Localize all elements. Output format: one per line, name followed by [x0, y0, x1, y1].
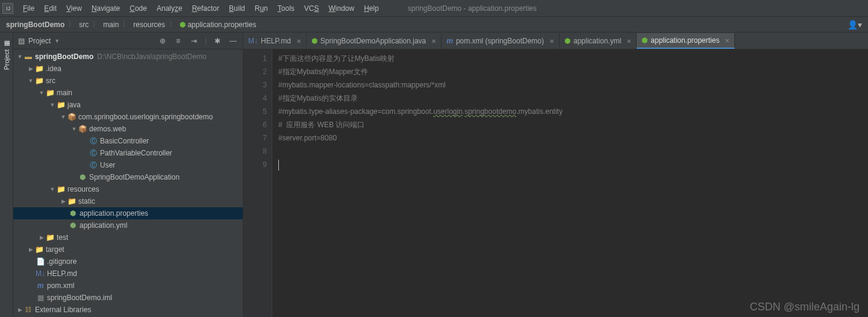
- hide-icon[interactable]: —: [228, 36, 238, 46]
- resources-folder-icon: 📁: [57, 185, 65, 193]
- tree-node-target[interactable]: ▶📁target: [13, 243, 243, 256]
- tree-node-idea[interactable]: ▶📁.idea: [13, 63, 243, 75]
- menu-navigate[interactable]: Navigate: [87, 3, 125, 14]
- crumb-src[interactable]: src: [79, 20, 89, 29]
- tab-pom[interactable]: mpom.xml (springBootDemo)✕: [442, 33, 560, 49]
- close-icon[interactable]: ✕: [549, 38, 554, 45]
- tree-node-springbootapp[interactable]: ⬢SpringBootDemoApplication: [13, 171, 243, 183]
- settings-icon[interactable]: ✱: [213, 36, 222, 46]
- file-icon: 📄: [36, 257, 45, 266]
- tree-node-package[interactable]: ▼📦com.springboot.userlogin.springbootdem…: [13, 111, 243, 123]
- tree-node-basic[interactable]: ⒸBasicController: [13, 135, 243, 147]
- collapse-all-icon[interactable]: ⇥: [189, 36, 199, 46]
- left-tool-strip: Project ▦: [0, 33, 13, 317]
- chevron-icon: 〉: [122, 19, 130, 30]
- tree-node-pathvar[interactable]: ⒸPathVariableController: [13, 147, 243, 159]
- menu-build[interactable]: Build: [224, 3, 250, 14]
- project-tree[interactable]: ▼▬springBootDemoD:\NCB\ncbJava\springBoo…: [13, 49, 243, 317]
- code-line[interactable]: #server.port=8080: [278, 131, 868, 145]
- spring-icon: ⬢: [69, 209, 77, 218]
- spring-icon: ⬢: [311, 37, 317, 45]
- tab-app-yml[interactable]: ⬢application.yml✕: [560, 33, 637, 49]
- project-view-combo[interactable]: ▤ Project ▼: [18, 37, 60, 45]
- menu-tools[interactable]: Tools: [273, 3, 299, 14]
- folder-icon: 📁: [46, 233, 54, 242]
- class-icon: Ⓒ: [89, 137, 98, 145]
- source-folder-icon: 📁: [57, 101, 65, 109]
- tree-node-resources[interactable]: ▼📁resources: [13, 183, 243, 195]
- code-line[interactable]: # 应用服务 WEB 访问端口: [278, 118, 868, 131]
- folder-icon: 📁: [35, 64, 43, 73]
- tool-tab-project[interactable]: Project ▦: [2, 40, 10, 70]
- class-icon: Ⓒ: [89, 149, 98, 157]
- crumb-file[interactable]: ⬢ application.properties: [180, 20, 256, 29]
- user-menu-icon[interactable]: 👤▾: [848, 20, 862, 30]
- menu-help[interactable]: Help: [359, 3, 384, 14]
- crumb-resources[interactable]: resources: [133, 20, 165, 29]
- menu-code[interactable]: Code: [125, 3, 152, 14]
- menu-analyze[interactable]: Analyze: [152, 3, 187, 14]
- code-line[interactable]: #指定Mybatis的Mapper文件: [278, 65, 868, 78]
- window-title: springBootDemo - application.properties: [408, 4, 537, 13]
- app-icon: IJ: [2, 3, 13, 14]
- menu-run[interactable]: Run: [250, 3, 273, 14]
- crumb-root[interactable]: springBootDemo: [6, 20, 64, 29]
- folder-icon: 📁: [35, 77, 43, 85]
- project-tool-window: ▤ Project ▼ ⊕ ≡ ⇥ | ✱ — ▼▬springBootDemo…: [13, 33, 243, 317]
- excluded-folder-icon: 📁: [35, 245, 43, 254]
- md-icon: M↓: [248, 37, 258, 45]
- tree-node-test[interactable]: ▶📁test: [13, 231, 243, 243]
- chevron-icon: 〉: [169, 19, 176, 30]
- project-panel-header: ▤ Project ▼ ⊕ ≡ ⇥ | ✱ —: [13, 33, 243, 49]
- menu-edit[interactable]: Edit: [39, 3, 61, 14]
- tree-node-ext-libs[interactable]: ▶𝕀𝕀External Libraries: [13, 304, 243, 316]
- tree-node-app-properties[interactable]: ⬢application.properties: [13, 207, 243, 219]
- tab-help-md[interactable]: M↓HELP.md✕: [243, 33, 307, 49]
- code-line[interactable]: #mybatis.mapper-locations=classpath:mapp…: [278, 78, 868, 92]
- code-content[interactable]: #下面这些内容是为了让MyBatis映射 #指定Mybatis的Mapper文件…: [272, 49, 868, 317]
- tree-node-root[interactable]: ▼▬springBootDemoD:\NCB\ncbJava\springBoo…: [13, 51, 243, 63]
- crumb-main[interactable]: main: [103, 20, 119, 29]
- chevron-icon: 〉: [68, 19, 75, 30]
- tab-app-properties[interactable]: ⬢application.properties✕: [637, 33, 735, 49]
- menu-refactor[interactable]: Refactor: [187, 3, 224, 14]
- tree-node-user[interactable]: ⒸUser: [13, 159, 243, 171]
- close-icon[interactable]: ✕: [296, 38, 301, 45]
- package-icon: 📦: [78, 125, 87, 133]
- tree-node-helpmd[interactable]: M↓HELP.md: [13, 268, 243, 280]
- text-caret: [278, 160, 279, 171]
- code-line[interactable]: [278, 145, 868, 158]
- menu-file[interactable]: File: [18, 3, 39, 14]
- code-line[interactable]: [278, 158, 868, 171]
- code-line[interactable]: #下面这些内容是为了让MyBatis映射: [278, 52, 868, 65]
- tree-node-java[interactable]: ▼📁java: [13, 99, 243, 111]
- line-gutter: 123 456 789: [243, 49, 272, 317]
- tree-node-pom[interactable]: mpom.xml: [13, 280, 243, 292]
- menu-view[interactable]: View: [61, 3, 87, 14]
- tree-node-main[interactable]: ▼📁main: [13, 87, 243, 99]
- navigation-bar: springBootDemo 〉 src 〉 main 〉 resources …: [0, 17, 868, 33]
- tree-node-static[interactable]: ▶📁static: [13, 195, 243, 207]
- tree-node-demosweb[interactable]: ▼📦demos.web: [13, 123, 243, 135]
- expand-all-icon[interactable]: ≡: [173, 36, 183, 46]
- close-icon[interactable]: ✕: [725, 37, 729, 44]
- tree-node-src[interactable]: ▼📁src: [13, 75, 243, 87]
- libraries-icon: 𝕀𝕀: [24, 306, 33, 314]
- locate-icon[interactable]: ⊕: [158, 36, 167, 46]
- tree-node-app-yml[interactable]: ⬢application.yml: [13, 219, 243, 231]
- code-line[interactable]: #指定Mybatis的实体目录: [278, 92, 868, 105]
- tree-node-gitignore[interactable]: 📄.gitignore: [13, 256, 243, 268]
- maven-icon: m: [36, 281, 45, 290]
- module-icon: ▬: [24, 52, 33, 61]
- tab-spring-app[interactable]: ⬢SpringBootDemoApplication.java✕: [307, 33, 442, 49]
- code-editor[interactable]: 123 456 789 #下面这些内容是为了让MyBatis映射 #指定Myba…: [243, 49, 868, 317]
- close-icon[interactable]: ✕: [626, 38, 631, 45]
- spring-icon: ⬢: [180, 20, 186, 29]
- code-line[interactable]: #mybatis.type-aliases-package=com.spring…: [278, 105, 868, 118]
- tree-node-iml[interactable]: ▦springBootDemo.iml: [13, 292, 243, 304]
- close-icon[interactable]: ✕: [431, 38, 436, 45]
- menu-window[interactable]: Window: [323, 3, 359, 14]
- iml-icon: ▦: [36, 293, 45, 302]
- menu-vcs[interactable]: VCS: [299, 3, 324, 14]
- menu-bar: IJ File Edit View Navigate Code Analyze …: [0, 0, 868, 17]
